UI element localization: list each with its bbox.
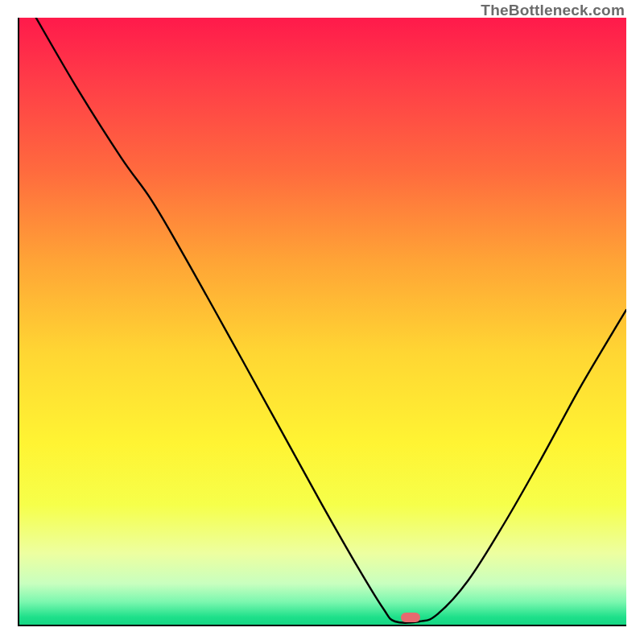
bottleneck-curve [36, 18, 626, 623]
x-axis [18, 625, 626, 626]
curve-layer [18, 18, 626, 626]
watermark-text: TheBottleneck.com [481, 2, 625, 19]
y-axis [18, 18, 19, 626]
plot-area [18, 18, 626, 626]
optimal-marker [401, 613, 420, 622]
chart-container: TheBottleneck.com [0, 0, 644, 644]
